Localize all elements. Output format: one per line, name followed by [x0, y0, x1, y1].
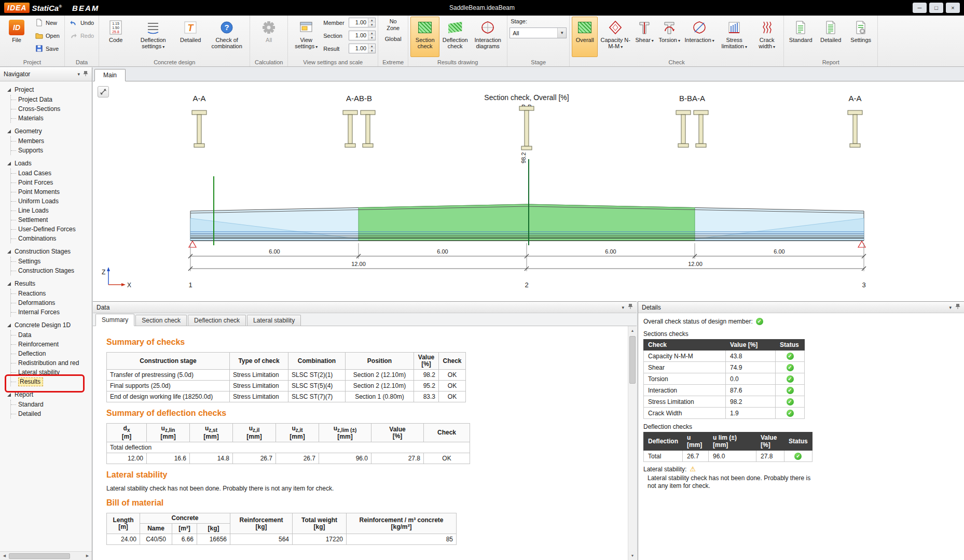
report-settings-button[interactable]: Settings: [846, 17, 875, 57]
navigator-item-construction-stages[interactable]: Construction Stages: [11, 266, 92, 275]
expander-icon[interactable]: [7, 130, 11, 133]
file-button[interactable]: ID File: [2, 17, 31, 57]
open-button[interactable]: Open: [32, 30, 62, 41]
navigator-item-point-forces[interactable]: Point Forces: [11, 178, 92, 187]
save-button[interactable]: Save: [32, 43, 62, 54]
tab-section-check[interactable]: Section check: [135, 315, 187, 326]
navigator-item-standard[interactable]: Standard: [11, 400, 92, 409]
navigator-item-uniform-loads[interactable]: Uniform Loads: [11, 197, 92, 206]
minimize-button[interactable]: ─: [913, 3, 927, 13]
navigator-section-report[interactable]: Report: [0, 389, 92, 400]
navigator-item-internal-forces[interactable]: Internal Forces: [11, 307, 92, 317]
maximize-button[interactable]: □: [929, 3, 943, 13]
navigator-item-settings[interactable]: Settings: [11, 257, 92, 266]
navigator-section-construction-stages[interactable]: Construction Stages: [0, 246, 92, 257]
navigator-section-project[interactable]: Project: [0, 85, 92, 95]
tab-main[interactable]: Main: [94, 69, 126, 81]
spinner-buttons[interactable]: ▲▼: [368, 44, 375, 53]
expander-icon[interactable]: [7, 88, 11, 92]
view-settings-button[interactable]: View settings▾: [290, 17, 322, 57]
zoom-extents-button[interactable]: [98, 86, 109, 97]
navigator-item-deformations[interactable]: Deformations: [11, 298, 92, 307]
section-check-button[interactable]: Section check: [410, 17, 439, 57]
scroll-left-button[interactable]: ◀: [0, 552, 9, 560]
navigator-item-line-loads[interactable]: Line Loads: [11, 206, 92, 215]
check-stress-limitation-button[interactable]: Stress limitation▾: [717, 17, 751, 57]
tab-lateral-stability[interactable]: Lateral stability: [247, 315, 301, 326]
result-scale-input[interactable]: 1.00▲▼: [349, 44, 376, 53]
deflection-settings-button[interactable]: Deflection settings▾: [131, 17, 175, 57]
navigator-item-cross-sections[interactable]: Cross-Sections: [11, 104, 92, 114]
new-button[interactable]: New: [32, 17, 62, 29]
navigator-item-lateral-stability[interactable]: Lateral stability: [11, 368, 92, 377]
close-button[interactable]: ×: [946, 3, 960, 13]
navigator-item-reactions[interactable]: Reactions: [11, 289, 92, 298]
navigator-item-settlement[interactable]: Settlement: [11, 215, 92, 225]
vertical-scrollbar[interactable]: ▲ ▼: [628, 326, 637, 560]
undo-button[interactable]: Undo: [67, 17, 97, 29]
expander-icon[interactable]: [7, 324, 11, 327]
spinner-buttons[interactable]: ▲▼: [368, 31, 375, 40]
navigator-section-results[interactable]: Results: [0, 278, 92, 289]
scrollbar-thumb[interactable]: [629, 336, 636, 384]
tab-summary[interactable]: Summary: [95, 314, 134, 326]
navigator-item-detailed[interactable]: Detailed: [11, 409, 92, 418]
detailed-check-button[interactable]: T Detailed: [176, 17, 205, 57]
report-standard-button[interactable]: Standard: [786, 17, 815, 57]
interaction-diagrams-button[interactable]: Interaction diagrams: [471, 17, 505, 57]
navigator-section-concrete-design-1d[interactable]: Concrete Design 1D: [0, 320, 92, 330]
navigator-item-user-defined-forces[interactable]: User-Defined Forces: [11, 225, 92, 234]
extreme-no-zone-button[interactable]: NoZone: [382, 17, 404, 33]
navigator-item-project-data[interactable]: Project Data: [11, 95, 92, 104]
beam-canvas[interactable]: Section check, Overall [%] A-A A-AB-B B-…: [93, 81, 964, 301]
scroll-down-button[interactable]: ▼: [628, 551, 637, 560]
check-of-combination-button[interactable]: ? Check of combination: [206, 17, 247, 57]
expander-icon[interactable]: [7, 282, 11, 286]
navigator-item-data[interactable]: Data: [11, 330, 92, 340]
navigator-item-redistribution-and-red[interactable]: Redistribution and red: [11, 358, 92, 368]
deflection-check-button[interactable]: Deflection check: [440, 17, 470, 57]
spinner-buttons[interactable]: ▲▼: [368, 18, 375, 27]
pin-icon[interactable]: [955, 303, 960, 311]
check-crack-width-button[interactable]: Crack width▾: [752, 17, 781, 57]
check-overall-button[interactable]: Overall: [572, 17, 598, 57]
extreme-global-button[interactable]: Global: [381, 34, 406, 44]
navigator-item-results[interactable]: Results: [11, 377, 92, 386]
member-scale-input[interactable]: 1.00▲▼: [349, 18, 376, 27]
navigator-item-materials[interactable]: Materials: [11, 114, 92, 123]
calculate-all-button[interactable]: All: [252, 17, 285, 57]
navigator-section-geometry[interactable]: Geometry: [0, 126, 92, 136]
navigator-item-supports[interactable]: Supports: [11, 146, 92, 155]
chevron-down-icon[interactable]: ▾: [949, 305, 952, 310]
chevron-down-icon[interactable]: ▼: [557, 28, 566, 38]
scroll-right-button[interactable]: ▶: [83, 552, 92, 560]
scroll-up-button[interactable]: ▲: [628, 326, 637, 335]
check-torsion-button[interactable]: Torsion▾: [657, 17, 682, 57]
check-interaction-button[interactable]: Interaction▾: [683, 17, 716, 57]
code-button[interactable]: 1.151.5025.8 Code: [101, 17, 130, 57]
check-capacity-button[interactable]: Capacity N-M-M▾: [599, 17, 632, 57]
check-shear-button[interactable]: Shear▾: [633, 17, 656, 57]
pin-icon[interactable]: [83, 71, 88, 78]
navigator-item-members[interactable]: Members: [11, 136, 92, 146]
chevron-down-icon[interactable]: ▾: [622, 305, 624, 310]
redo-button[interactable]: Redo: [67, 30, 97, 41]
horizontal-scrollbar[interactable]: ◀ ▶: [0, 551, 92, 560]
scrollbar-thumb[interactable]: [9, 553, 70, 559]
navigator-item-load-cases[interactable]: Load Cases: [11, 169, 92, 178]
tab-deflection-check[interactable]: Deflection check: [188, 315, 246, 326]
pin-icon[interactable]: [628, 303, 633, 311]
expander-icon[interactable]: [7, 250, 11, 254]
table-subheader-row: Total deflection: [107, 442, 470, 453]
stage-select[interactable]: All ▼: [509, 27, 567, 38]
navigator-item-reinforcement[interactable]: Reinforcement: [11, 340, 92, 349]
navigator-section-loads[interactable]: Loads: [0, 158, 92, 169]
navigator-item-point-moments[interactable]: Point Moments: [11, 187, 92, 197]
expander-icon[interactable]: [7, 162, 11, 165]
navigator-item-deflection[interactable]: Deflection: [11, 349, 92, 358]
report-detailed-button[interactable]: Detailed: [816, 17, 845, 57]
section-scale-input[interactable]: 1.00▲▼: [349, 31, 376, 40]
chevron-down-icon[interactable]: ▾: [77, 72, 80, 77]
navigator-item-combinations[interactable]: Combinations: [11, 234, 92, 243]
expander-icon[interactable]: [7, 393, 11, 397]
